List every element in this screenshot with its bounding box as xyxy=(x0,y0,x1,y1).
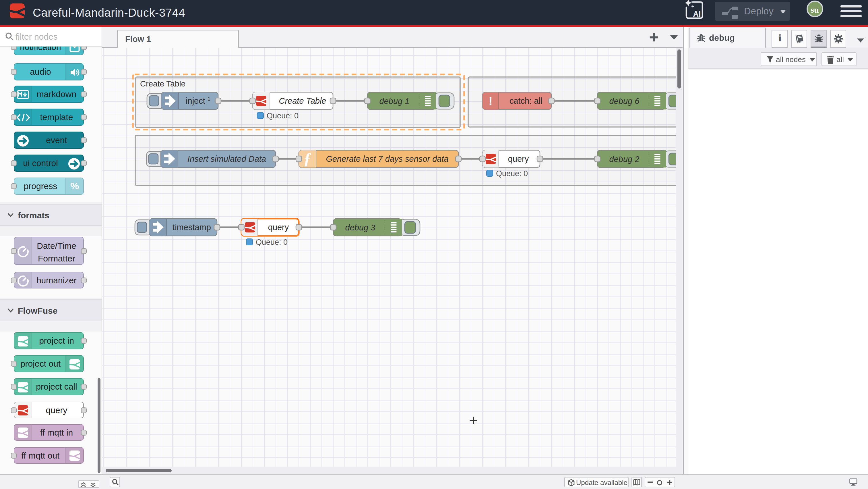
svg-text:debug 6: debug 6 xyxy=(609,96,640,106)
svg-text:Generate last 7 days sensor da: Generate last 7 days sensor data xyxy=(326,154,448,164)
svg-text:ƒ: ƒ xyxy=(303,150,311,168)
svg-text:Queue: 0: Queue: 0 xyxy=(496,169,528,178)
svg-text:Create Table: Create Table xyxy=(140,79,185,88)
svg-text:query: query xyxy=(508,154,529,164)
svg-text:query: query xyxy=(268,223,289,232)
svg-text:debug 1: debug 1 xyxy=(379,96,410,106)
svg-text:AI: AI xyxy=(693,10,701,19)
svg-text:!: ! xyxy=(489,94,493,108)
svg-text:Queue: 0: Queue: 0 xyxy=(256,238,288,247)
svg-text:Queue: 0: Queue: 0 xyxy=(267,112,299,120)
svg-text:catch: all: catch: all xyxy=(509,96,542,106)
svg-text:debug 3: debug 3 xyxy=(345,223,375,232)
svg-text:Create Table: Create Table xyxy=(279,96,327,106)
svg-text:%: % xyxy=(70,181,79,191)
svg-text:debug 2: debug 2 xyxy=(609,154,640,164)
svg-text:inject 1: inject 1 xyxy=(186,96,210,106)
svg-text:timestamp: timestamp xyxy=(173,223,211,232)
svg-text:Insert simulated Data: Insert simulated Data xyxy=(187,154,266,164)
